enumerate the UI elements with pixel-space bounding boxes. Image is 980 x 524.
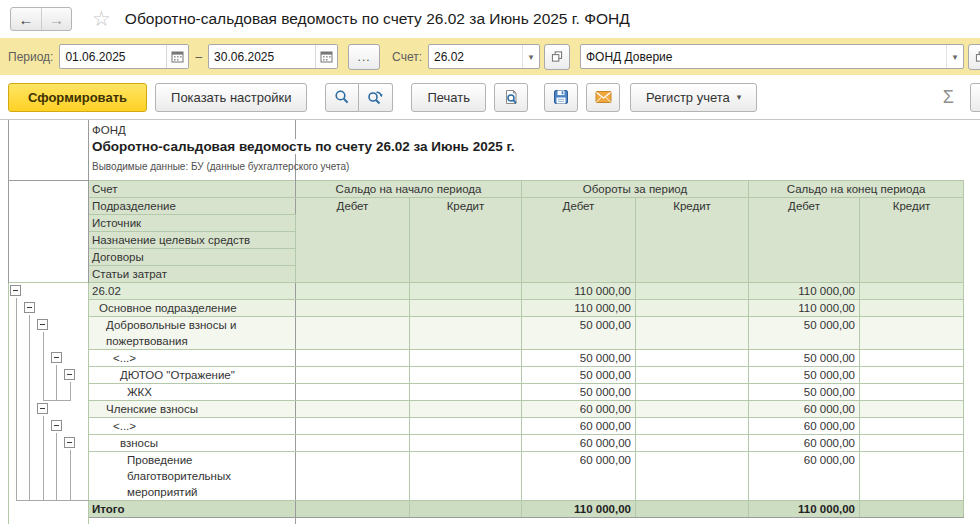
show-settings-button[interactable]: Показать настройки	[155, 83, 307, 112]
value-cell[interactable]: 60 000,00	[749, 418, 860, 435]
value-cell[interactable]	[296, 367, 410, 384]
dimension-header[interactable]: Счет	[89, 181, 296, 198]
value-cell[interactable]: 50 000,00	[749, 317, 860, 350]
value-cell[interactable]	[410, 401, 522, 418]
total-value-cell[interactable]	[860, 501, 964, 518]
row-label[interactable]: <...>	[89, 418, 296, 435]
calendar-icon[interactable]	[166, 45, 188, 68]
dimension-header[interactable]: Договоры	[89, 249, 296, 266]
row-label[interactable]: Членские взносы	[89, 401, 296, 418]
value-cell[interactable]	[296, 283, 410, 300]
value-cell[interactable]: 60 000,00	[749, 452, 860, 501]
value-cell[interactable]	[860, 435, 964, 452]
empty-cell[interactable]	[89, 518, 296, 524]
credit-header[interactable]: Кредит	[410, 198, 522, 283]
value-cell[interactable]: 50 000,00	[522, 350, 636, 367]
chevron-down-icon[interactable]: ▾	[946, 45, 963, 68]
credit-header[interactable]: Кредит	[860, 198, 964, 283]
value-cell[interactable]: 60 000,00	[749, 435, 860, 452]
dimension-header[interactable]: Источник	[89, 215, 296, 232]
value-cell[interactable]: 60 000,00	[749, 401, 860, 418]
value-cell[interactable]: 50 000,00	[749, 384, 860, 401]
value-cell[interactable]	[296, 384, 410, 401]
tree-expander[interactable]	[10, 285, 21, 296]
chevron-down-icon[interactable]: ▾	[522, 45, 539, 68]
total-value-cell[interactable]: 110 000,00	[749, 501, 860, 518]
value-cell[interactable]	[296, 350, 410, 367]
value-cell[interactable]	[636, 401, 749, 418]
value-cell[interactable]	[860, 350, 964, 367]
value-cell[interactable]	[636, 384, 749, 401]
total-value-cell[interactable]	[296, 501, 410, 518]
value-cell[interactable]	[296, 401, 410, 418]
value-cell[interactable]	[636, 283, 749, 300]
value-cell[interactable]: 60 000,00	[522, 401, 636, 418]
total-label[interactable]: Итого	[89, 501, 296, 518]
account-open-button[interactable]	[544, 44, 570, 70]
print-button[interactable]: Печать	[411, 83, 486, 112]
tree-expander[interactable]	[64, 369, 75, 380]
sum-icon[interactable]: Σ	[943, 87, 954, 108]
register-menu-button[interactable]: Регистр учета ▾	[630, 83, 757, 112]
value-cell[interactable]	[636, 350, 749, 367]
value-cell[interactable]	[636, 452, 749, 501]
value-cell[interactable]: 110 000,00	[522, 300, 636, 317]
value-cell[interactable]	[296, 300, 410, 317]
value-cell[interactable]	[296, 418, 410, 435]
column-group-header[interactable]: Обороты за период	[522, 181, 749, 198]
tree-expander[interactable]	[37, 403, 48, 414]
debit-header[interactable]: Дебет	[522, 198, 636, 283]
value-cell[interactable]	[410, 384, 522, 401]
tree-expander[interactable]	[37, 319, 48, 330]
value-cell[interactable]: 50 000,00	[749, 350, 860, 367]
value-cell[interactable]	[410, 317, 522, 350]
search-next-button[interactable]	[359, 83, 393, 112]
total-value-cell[interactable]	[636, 501, 749, 518]
value-cell[interactable]: 50 000,00	[522, 367, 636, 384]
value-cell[interactable]: 50 000,00	[522, 384, 636, 401]
empty-cell[interactable]	[296, 518, 964, 524]
value-cell[interactable]	[296, 452, 410, 501]
column-group-header[interactable]: Сальдо на начало периода	[296, 181, 522, 198]
date-from-field[interactable]: 01.06.2025	[59, 44, 189, 69]
value-cell[interactable]	[860, 317, 964, 350]
debit-header[interactable]: Дебет	[296, 198, 410, 283]
organization-value[interactable]: ФОНД Доверие	[581, 45, 946, 68]
calendar-icon[interactable]	[315, 45, 337, 68]
value-cell[interactable]	[410, 350, 522, 367]
total-value-cell[interactable]	[410, 501, 522, 518]
account-field[interactable]: 26.02 ▾	[428, 44, 540, 69]
row-label[interactable]: Основное подразделение	[89, 300, 296, 317]
value-cell[interactable]	[860, 283, 964, 300]
value-cell[interactable]	[636, 367, 749, 384]
search-button[interactable]	[325, 83, 359, 112]
dimension-header[interactable]: Статьи затрат	[89, 266, 296, 283]
credit-header[interactable]: Кредит	[636, 198, 749, 283]
column-group-header[interactable]: Сальдо на конец периода	[749, 181, 964, 198]
dimension-header[interactable]: Назначение целевых средств	[89, 232, 296, 249]
debit-header[interactable]: Дебет	[749, 198, 860, 283]
date-to-value[interactable]: 30.06.2025	[209, 45, 315, 68]
row-label[interactable]: взносы	[89, 435, 296, 452]
clipped-edge-button[interactable]	[970, 83, 980, 112]
value-cell[interactable]	[636, 435, 749, 452]
period-options-button[interactable]: ...	[348, 44, 380, 70]
value-cell[interactable]	[410, 367, 522, 384]
value-cell[interactable]: 50 000,00	[749, 367, 860, 384]
value-cell[interactable]	[636, 418, 749, 435]
value-cell[interactable]	[296, 435, 410, 452]
account-value[interactable]: 26.02	[429, 45, 522, 68]
row-label[interactable]: 26.02	[89, 283, 296, 300]
value-cell[interactable]	[296, 317, 410, 350]
generate-button[interactable]: Сформировать	[8, 83, 147, 112]
value-cell[interactable]	[410, 283, 522, 300]
print-preview-button[interactable]	[494, 83, 528, 112]
organization-field[interactable]: ФОНД Доверие ▾	[580, 44, 964, 69]
dimension-header[interactable]: Подразделение	[89, 198, 296, 215]
date-to-field[interactable]: 30.06.2025	[208, 44, 338, 69]
value-cell[interactable]: 110 000,00	[522, 283, 636, 300]
value-cell[interactable]	[860, 452, 964, 501]
row-label[interactable]: <...>	[89, 350, 296, 367]
value-cell[interactable]	[636, 317, 749, 350]
value-cell[interactable]	[860, 367, 964, 384]
